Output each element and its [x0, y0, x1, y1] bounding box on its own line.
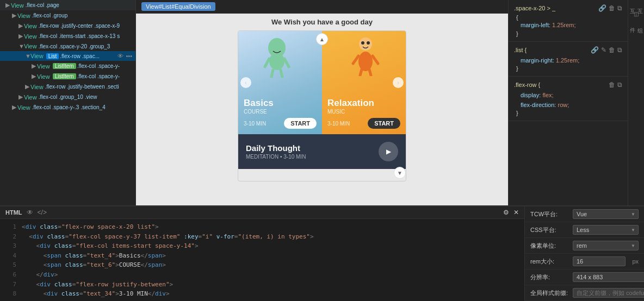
style-actions-flex: 🗑 ⧉ — [609, 81, 622, 89]
layout-icon[interactable]: ◫ — [631, 11, 642, 17]
settings-css-select-wrapper: Less SCSS ▼ — [573, 225, 639, 235]
tree-class: .flex-col .space-y- — [77, 63, 120, 69]
play-button[interactable]: ▶ — [379, 142, 398, 161]
style-list-icon-copy[interactable]: ⧉ — [617, 46, 622, 54]
tree-class: .flex-col .space-y-.3 .section_4 — [32, 104, 106, 110]
tree-arrow: ▶ — [12, 12, 17, 19]
code-line-1: 1 <div class="flex-row space-x-20 list"> — [5, 222, 519, 232]
settings-label-rem: rem大小: — [530, 258, 568, 266]
basics-card-content: Basics COURSE 3-10 MIN START — [244, 98, 317, 129]
line-number: 9 — [5, 299, 16, 301]
tree-arrow: ▶ — [5, 2, 11, 9]
svg-point-9 — [358, 52, 373, 71]
daily-thought-text: Daily Thought MEDITATION • 3-10 MIN — [246, 143, 306, 160]
settings-html-icon[interactable]: ⚙ — [503, 209, 509, 216]
settings-rem-input[interactable] — [573, 256, 626, 266]
code-content: <div class="flex-row justify-between"> — [22, 280, 173, 290]
style-flex-close-brace: } — [514, 110, 622, 116]
settings-resolution-input[interactable] — [573, 272, 644, 282]
code-line-5: 5 <span class="text_6">COURSE</span> — [5, 260, 519, 270]
style-prop-flex-direction: flex-direction: row; — [514, 101, 622, 110]
tree-arrow: ▶ — [25, 83, 30, 90]
style-icon-1[interactable]: 🔗 — [598, 4, 606, 12]
selector-name: .space-x-20 > _ — [514, 5, 555, 11]
tree-item-view-flex-col-space[interactable]: ▶ View .flex-col .space-y-.3 .section_4 — [0, 102, 135, 112]
more-icon[interactable]: ••• — [126, 53, 132, 59]
code-line-8: 8 <div class="text_34">3-10 MIN</div> — [5, 289, 519, 299]
tree-item-flex-col-space-y[interactable]: ▼ View .flex-col .space-y-20 .group_3 — [0, 41, 135, 51]
style-prop-display: display: flex; — [514, 91, 622, 101]
tree-item-view-group[interactable]: ▶ View .flex-col .group — [0, 10, 135, 21]
basics-footer: 3-10 MIN START — [244, 118, 317, 129]
svg-point-1 — [269, 53, 284, 70]
settings-tcw-select[interactable]: Vue React — [573, 209, 639, 219]
style-list-icon-edit[interactable]: ✎ — [601, 46, 606, 54]
style-icon-copy[interactable]: ⧉ — [617, 4, 622, 12]
tree-item-listitem-1[interactable]: ▶ View ListItem .flex-col .space-y- — [0, 61, 135, 71]
tree-item-flex-col-items[interactable]: ▶ View .flex-col .items-start .space-x-1… — [0, 31, 135, 41]
style-block-list: .list { 🔗 ✎ 🗑 ⧉ margin-right: 1.25rem; } — [509, 42, 628, 77]
tree-badge-listitem: ListItem — [53, 63, 76, 69]
style-list-icon-delete[interactable]: 🗑 — [609, 46, 615, 54]
svg-point-8 — [359, 37, 372, 51]
tree-arrow: ▶ — [18, 22, 24, 29]
basics-title: Basics — [244, 98, 317, 109]
style-selector-row-list: .list { 🔗 ✎ 🗑 ⧉ — [514, 46, 622, 54]
selector-name-list: .list { — [514, 47, 527, 53]
tree-class: .flex-row .spac... — [60, 53, 100, 59]
style-actions: 🔗 🗑 ⧉ — [598, 4, 622, 12]
code-html-icon[interactable]: </> — [38, 209, 47, 216]
bottom-panel: HTML 👁 </> ⚙ ✕ 1 <div class="flex-row sp… — [0, 206, 644, 301]
svg-line-12 — [353, 56, 358, 64]
tree-item-listitem-2[interactable]: ▶ View ListItem .flex-col .space-y- — [0, 71, 135, 81]
style-block-space-x: .space-x-20 > _ 🔗 🗑 ⧉ { margin-left: 1.2… — [509, 0, 628, 42]
settings-pixel-select[interactable]: rem px — [573, 241, 639, 250]
settings-panel: TCW平台: Vue React ▼ CSS平台: Less SCSS ▼ — [524, 206, 644, 301]
code-line-4: 4 <span class="text_4">Basics</span> — [5, 251, 519, 261]
daily-thought-subtitle: MEDITATION • 3-10 MIN — [246, 154, 306, 160]
tree-item-group-10[interactable]: ▶ View .flex-col .group_10 .view — [0, 92, 135, 102]
svg-line-7 — [281, 70, 282, 77]
nav-left-arrow[interactable]: ‹ — [240, 77, 251, 88]
eye-icon[interactable]: 👁 — [117, 53, 123, 59]
tree-tag: View — [17, 12, 30, 19]
settings-row-tcw: TCW平台: Vue React ▼ — [525, 206, 644, 222]
tree-arrow: ▶ — [32, 62, 37, 70]
line-number: 8 — [5, 289, 16, 299]
relaxation-time: 3-10 MIN — [327, 121, 350, 127]
style-flex-icon-copy[interactable]: ⧉ — [617, 81, 622, 89]
scroll-down-button[interactable]: ▼ — [394, 167, 406, 179]
relaxation-start-button[interactable]: START — [368, 118, 400, 129]
style-flex-icon-delete[interactable]: 🗑 — [609, 81, 615, 89]
settings-row-rem: rem大小: px — [525, 254, 644, 269]
eye-html-icon[interactable]: 👁 — [27, 209, 33, 216]
tree-tag: View — [24, 23, 37, 29]
basics-start-button[interactable]: START — [284, 118, 317, 129]
tree-class: .flex-row .justify-between .secti — [45, 84, 119, 90]
settings-prefix-input[interactable] — [573, 288, 644, 298]
style-properties-panel: .space-x-20 > _ 🔗 🗑 ⧉ { margin-left: 1.2… — [508, 0, 628, 205]
tree-item-view-page[interactable]: ▶ View .flex-col .page — [0, 0, 135, 10]
tree-item-flex-row-justify-between[interactable]: ▶ View .flex-row .justify-between .secti — [0, 81, 135, 92]
style-list-icon-1[interactable]: 🔗 — [591, 46, 599, 54]
daily-thought-card: Daily Thought MEDITATION • 3-10 MIN ▶ — [238, 134, 406, 169]
settings-css-select[interactable]: Less SCSS — [573, 225, 639, 235]
line-number: 4 — [5, 251, 16, 261]
nav-right-arrow[interactable]: › — [393, 77, 404, 88]
basics-time: 3-10 MIN — [244, 121, 266, 127]
scroll-up-button[interactable]: ▲ — [316, 33, 328, 45]
settings-row-css: CSS平台: Less SCSS ▼ — [525, 222, 644, 238]
tree-arrow: ▶ — [18, 93, 24, 101]
tree-arrow: ▶ — [32, 73, 37, 80]
line-number: 7 — [5, 280, 16, 290]
settings-row-prefix: 全局样式前缀: — [525, 285, 644, 301]
relaxation-subtitle: MUSIC — [327, 109, 400, 115]
style-icon-delete[interactable]: 🗑 — [609, 4, 615, 12]
right-icon-panel: 互互 ◫ 组件 — [628, 0, 644, 205]
style-block-flex-row: .flex-row { 🗑 ⧉ display: flex; flex-dire… — [509, 77, 628, 121]
tree-item-flex-row-justify[interactable]: ▶ View .flex-row .justify-center .space-… — [0, 21, 135, 31]
code-line-9: 9 <div class="flex-col items-center text… — [5, 299, 519, 301]
close-html-icon[interactable]: ✕ — [513, 209, 519, 216]
svg-line-14 — [360, 70, 362, 76]
tree-item-list-active[interactable]: ▼ View List .flex-row .spac... 👁 ••• — [0, 51, 135, 61]
